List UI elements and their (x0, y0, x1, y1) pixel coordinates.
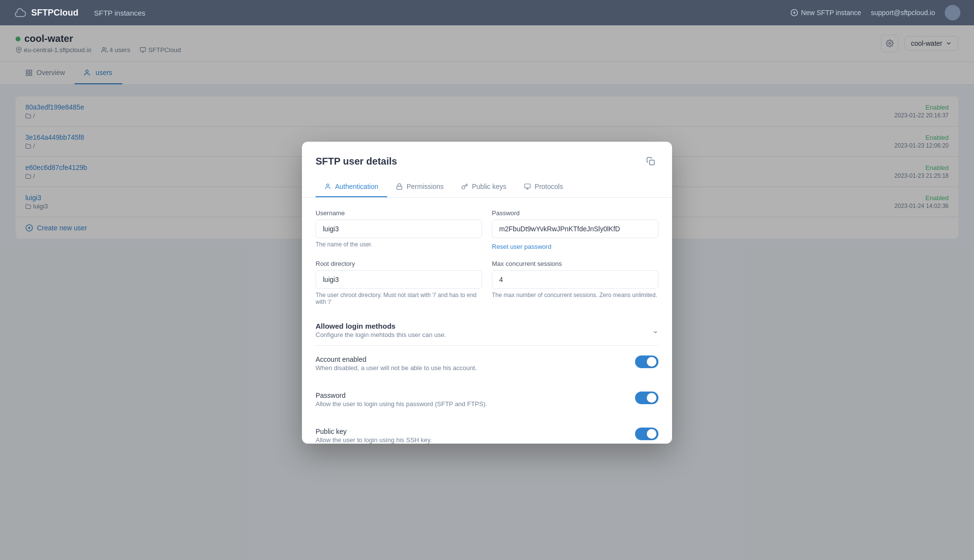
username-label: Username (316, 209, 482, 217)
top-navigation: SFTPCloud SFTP instances New SFTP instan… (0, 0, 974, 25)
sftp-instances-link[interactable]: SFTP instances (90, 7, 150, 19)
root-dir-label: Root directory (316, 260, 482, 267)
max-sessions-input[interactable] (492, 270, 658, 289)
copy-button[interactable] (643, 153, 658, 169)
modal-header: SFTP user details (302, 142, 672, 169)
screen-icon (524, 183, 531, 190)
root-dir-group: Root directory The user chroot directory… (316, 260, 482, 305)
toggle-text-account: Account enabled When disabled, a user wi… (316, 355, 477, 372)
toggle-label-public-key: Public key (316, 428, 432, 435)
svg-point-18 (327, 184, 329, 187)
reset-password-link[interactable]: Reset user password (492, 243, 658, 250)
max-sessions-hint: The max number of concurrent sessions. Z… (492, 292, 658, 299)
toggle-row-account-enabled: Account enabled When disabled, a user wi… (316, 346, 658, 382)
max-sessions-label: Max concurrent sessions (492, 260, 658, 267)
allowed-login-subtitle: Configure the login mehtods this user ca… (316, 331, 446, 338)
plus-circle-icon (790, 9, 798, 17)
modal-title: SFTP user details (316, 156, 397, 167)
form-row-credentials: Username The name of the user. Password … (316, 209, 658, 250)
password-toggle[interactable] (635, 392, 658, 404)
svg-rect-17 (650, 160, 655, 165)
password-label: Password (492, 209, 658, 217)
toggle-label-password: Password (316, 392, 487, 399)
new-instance-button[interactable]: New SFTP instance (790, 9, 861, 17)
toggle-text-public-key: Public key Allow the user to login using… (316, 428, 432, 444)
username-hint: The name of the user. (316, 241, 482, 248)
toggle-desc-public-key: Allow the user to login using his SSH ke… (316, 436, 432, 444)
password-group: Password Reset user password (492, 209, 658, 250)
chevron-down-icon: ⌄ (652, 326, 658, 335)
toggle-desc-account: When disabled, a user will not be able t… (316, 364, 477, 372)
toggle-text-password: Password Allow the user to login using h… (316, 392, 487, 408)
allowed-login-section[interactable]: Allowed login methods Configure the logi… (316, 315, 658, 346)
logo-text: SFTPCloud (31, 8, 78, 18)
toggle-slider-public-key (635, 428, 658, 440)
public-key-toggle[interactable] (635, 428, 658, 440)
user-details-modal: SFTP user details Authentication Permiss… (302, 142, 672, 444)
toggle-slider-password (635, 392, 658, 404)
cloud-icon (14, 6, 27, 19)
allowed-login-header-text: Allowed login methods Configure the logi… (316, 322, 446, 338)
logo: SFTPCloud (14, 6, 78, 19)
person-icon (324, 183, 331, 190)
modal-tab-public-keys[interactable]: Public keys (452, 177, 515, 197)
root-dir-input[interactable] (316, 270, 482, 289)
username-group: Username The name of the user. (316, 209, 482, 250)
account-enabled-toggle[interactable] (635, 355, 658, 368)
modal-body: Username The name of the user. Password … (302, 198, 672, 444)
svg-rect-20 (524, 184, 530, 188)
svg-rect-19 (396, 186, 402, 189)
main-area: cool-water eu-central-1.sftpcloud.io 4 u… (0, 25, 974, 560)
lock-icon (396, 183, 403, 190)
nav-right: New SFTP instance support@sftpcloud.io (790, 5, 960, 20)
password-input[interactable] (492, 220, 658, 238)
toggle-slider-account (635, 355, 658, 368)
copy-icon (646, 157, 655, 166)
modal-overlay[interactable]: SFTP user details Authentication Permiss… (0, 25, 974, 560)
modal-tab-protocols[interactable]: Protocols (515, 177, 572, 197)
modal-tab-permissions[interactable]: Permissions (387, 177, 452, 197)
new-instance-label: New SFTP instance (801, 9, 861, 17)
form-row-directory: Root directory The user chroot directory… (316, 260, 658, 305)
toggle-row-public-key: Public key Allow the user to login using… (316, 418, 658, 444)
modal-tab-authentication[interactable]: Authentication (316, 177, 387, 197)
user-email: support@sftpcloud.io (871, 9, 935, 17)
toggle-label-account: Account enabled (316, 355, 477, 363)
toggle-row-password: Password Allow the user to login using h… (316, 382, 658, 418)
username-input[interactable] (316, 220, 482, 238)
key-icon (461, 183, 468, 190)
allowed-login-title: Allowed login methods (316, 322, 446, 330)
toggle-desc-password: Allow the user to login using his passwo… (316, 400, 487, 408)
root-dir-hint: The user chroot directory. Must not star… (316, 292, 482, 305)
max-sessions-group: Max concurrent sessions The max number o… (492, 260, 658, 305)
modal-tabs: Authentication Permissions Public keys P… (302, 177, 672, 198)
avatar[interactable] (945, 5, 960, 20)
